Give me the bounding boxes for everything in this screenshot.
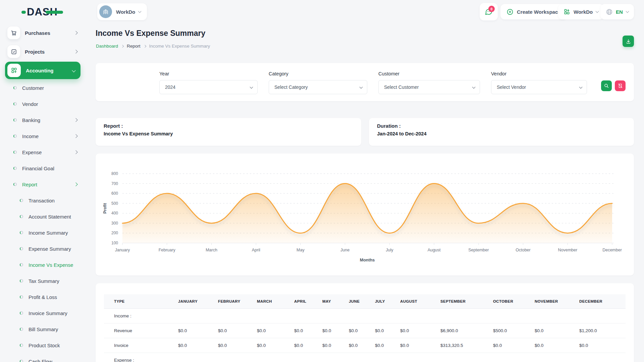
dot-icon <box>20 215 23 218</box>
chevron-right-icon <box>74 118 77 122</box>
cell-value: $0.0 <box>218 338 257 353</box>
sidebar-item-income[interactable]: Income <box>0 128 95 144</box>
sidebar-item-invoice-summary[interactable]: Invoice Summary <box>0 305 95 321</box>
category-select-value: Select Category <box>274 84 308 90</box>
sidebar-item-label: Income <box>22 133 39 139</box>
column-header: JUNE <box>349 294 375 309</box>
sidebar-item-report[interactable]: Report <box>0 176 95 192</box>
cell-value: $0.0 <box>349 323 375 338</box>
row-type: Invoice <box>104 338 178 353</box>
cell-value: $0.0 <box>294 338 322 353</box>
svg-text:June: June <box>340 248 350 252</box>
dot-icon <box>20 279 23 283</box>
column-header: JULY <box>375 294 400 309</box>
chevron-right-icon <box>74 134 77 138</box>
column-header: JANUARY <box>178 294 218 309</box>
sidebar-item-banking[interactable]: Banking <box>0 112 95 128</box>
sidebar-item-customer[interactable]: Customer <box>0 80 95 96</box>
svg-text:Months: Months <box>360 258 375 262</box>
sidebar-item-label: Projects <box>25 49 45 55</box>
sidebar-item-transaction[interactable]: Transaction <box>0 192 95 208</box>
sidebar-item-tax-summary[interactable]: Tax Summary <box>0 273 95 289</box>
logo: DASH <box>21 7 58 17</box>
dot-icon <box>13 167 17 170</box>
sidebar-item-vendor[interactable]: Vendor <box>0 96 95 112</box>
chevron-down-icon <box>360 85 363 89</box>
report-summary-card: Report : Income Vs Expense Summary <box>96 118 361 146</box>
sidebar-item-accounting[interactable]: Accounting <box>5 62 80 79</box>
breadcrumb-report-link[interactable]: Report <box>127 44 141 49</box>
customer-select[interactable]: Select Customer <box>378 80 480 94</box>
report-card-value: Income Vs Expense Summary <box>104 131 353 136</box>
dot-icon <box>13 183 17 186</box>
logo-dash-icon <box>21 11 26 14</box>
dot-icon <box>20 247 23 250</box>
breadcrumb-dashboard-link[interactable]: Dashboard <box>96 44 118 49</box>
sidebar-item-profit-loss[interactable]: Profit & Loss <box>0 289 95 305</box>
svg-text:800: 800 <box>111 171 118 176</box>
svg-text:December: December <box>602 248 622 252</box>
year-select[interactable]: 2024 <box>159 80 258 94</box>
svg-text:300: 300 <box>111 221 118 226</box>
svg-text:August: August <box>428 248 441 252</box>
svg-text:February: February <box>159 248 176 252</box>
table-section-row: Income : <box>104 309 626 323</box>
sidebar-item-label: Financial Goal <box>22 166 54 171</box>
customer-select-value: Select Customer <box>384 84 419 90</box>
category-label: Category <box>269 71 367 76</box>
reset-filter-button[interactable] <box>615 80 626 91</box>
table-header-row: TYPEJANUARYFEBRUARYMARCHAPRILMAYJUNEJULY… <box>104 294 626 309</box>
sidebar-item-cash-flow[interactable]: Cash Flow <box>0 353 95 362</box>
column-header: TYPE <box>104 294 178 309</box>
vendor-select[interactable]: Select Vendor <box>491 80 587 94</box>
sidebar-item-label: Expense Summary <box>29 246 71 252</box>
download-report-button[interactable] <box>623 36 634 47</box>
cell-value: $500.0 <box>493 323 535 338</box>
cell-value: $0.0 <box>322 323 349 338</box>
cell-value: $0.0 <box>257 338 294 353</box>
duration-summary-card: Duration : Jan-2024 to Dec-2024 <box>369 118 634 146</box>
sidebar-item-label: Invoice Summary <box>29 310 67 316</box>
table-row: Revenue$0.0$0.0$0.0$0.0$0.0$0.0$0.0$0.0$… <box>104 323 626 338</box>
column-header: DECEMBER <box>579 294 626 309</box>
svg-text:May: May <box>297 248 305 252</box>
sidebar-item-purchases[interactable]: Purchases <box>0 23 95 42</box>
sidebar-item-label: Customer <box>22 85 44 91</box>
vendor-select-value: Select Vendor <box>497 84 526 90</box>
cell-value: $313,320.5 <box>440 338 493 353</box>
cell-value: $6,900.0 <box>440 323 493 338</box>
dot-icon <box>20 327 23 331</box>
svg-text:November: November <box>558 248 577 252</box>
sidebar-item-expense-summary[interactable]: Expense Summary <box>0 241 95 257</box>
cell-value: $0.0 <box>375 338 400 353</box>
dot-icon <box>20 311 23 315</box>
chevron-down-icon <box>579 85 583 89</box>
sidebar-item-product-stock[interactable]: Product Stock <box>0 337 95 353</box>
category-select[interactable]: Select Category <box>269 80 367 94</box>
sidebar-item-account-statement[interactable]: Account Statement <box>0 208 95 225</box>
section-label: Expense : <box>104 353 626 362</box>
sidebar-item-financial-goal[interactable]: Financial Goal <box>0 160 95 176</box>
cart-icon <box>7 26 20 39</box>
sidebar-submenu: CustomerVendorBankingIncomeExpenseFinanc… <box>0 80 95 362</box>
sidebar-item-bill-summary[interactable]: Bill Summary <box>0 321 95 337</box>
dot-icon <box>20 263 23 266</box>
dot-icon <box>13 86 17 89</box>
sidebar-item-expense[interactable]: Expense <box>0 144 95 160</box>
dot-icon <box>13 102 17 106</box>
sidebar-item-label: Accounting <box>26 68 54 73</box>
sidebar-item-income-vs-expense[interactable]: Income Vs Expense <box>0 257 95 273</box>
sidebar-item-projects[interactable]: Projects <box>0 42 95 61</box>
sidebar-item-label: Bill Summary <box>29 326 58 332</box>
chevron-down-icon <box>250 85 253 89</box>
svg-text:700: 700 <box>111 181 118 186</box>
cell-value: $0.0 <box>375 323 400 338</box>
svg-text:500: 500 <box>111 201 118 206</box>
column-header: MARCH <box>257 294 294 309</box>
dot-icon <box>20 199 23 202</box>
dot-icon <box>13 150 17 154</box>
sidebar-item-income-summary[interactable]: Income Summary <box>0 225 95 241</box>
cell-value: $0.0 <box>218 323 257 338</box>
apply-filter-button[interactable] <box>601 80 612 91</box>
cell-value: $0.0 <box>178 323 218 338</box>
